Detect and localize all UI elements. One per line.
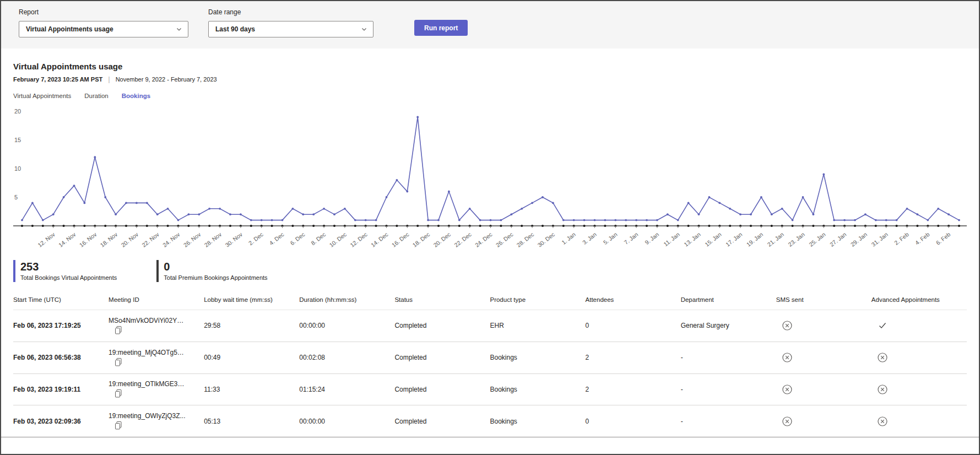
cell-sms xyxy=(776,405,871,437)
cell-lobby: 00:49 xyxy=(204,342,299,373)
svg-text:18. Dec: 18. Dec xyxy=(411,231,431,248)
table-row: Feb 03, 2023 19:19:1119:meeting_OTlkMGE3… xyxy=(13,373,967,405)
svg-text:24. Nov: 24. Nov xyxy=(161,231,181,248)
copy-icon[interactable] xyxy=(113,356,124,367)
tab-virtual-appointments[interactable]: Virtual Appointments xyxy=(13,93,71,99)
cell-attendees: 0 xyxy=(586,310,681,342)
report-content: Virtual Appointments usage February 7, 2… xyxy=(1,48,979,437)
check-icon xyxy=(877,320,888,331)
column-header-sms: SMS sent xyxy=(776,292,871,310)
svg-text:16. Dec: 16. Dec xyxy=(391,231,410,248)
svg-text:6. Feb: 6. Feb xyxy=(934,231,951,246)
svg-text:24. Dec: 24. Dec xyxy=(474,231,494,248)
date-range-text: November 9, 2022 - February 7, 2023 xyxy=(116,76,217,83)
svg-text:21. Jan: 21. Jan xyxy=(766,231,785,248)
column-header-status: Status xyxy=(394,292,490,310)
svg-text:3. Jan: 3. Jan xyxy=(581,231,598,246)
svg-text:7. Jan: 7. Jan xyxy=(622,231,639,246)
cell-advanced xyxy=(871,405,967,437)
cell-start: Feb 03, 2023 02:09:36 xyxy=(13,405,109,437)
cell-meeting_id: MSo4NmVkODViYi02Yz... xyxy=(109,310,204,342)
column-header-product: Product type xyxy=(490,292,585,310)
svg-text:10: 10 xyxy=(14,165,21,172)
svg-text:22. Dec: 22. Dec xyxy=(453,231,473,248)
circle-x-icon xyxy=(782,416,793,427)
cell-duration: 00:00:00 xyxy=(299,405,394,437)
svg-text:6. Dec: 6. Dec xyxy=(289,231,306,246)
appointments-table-head: Start Time (UTC)Meeting IDLobby wait tim… xyxy=(13,292,967,310)
bottom-divider xyxy=(1,437,979,437)
svg-text:15: 15 xyxy=(14,137,21,143)
svg-text:19. Jan: 19. Jan xyxy=(745,231,765,248)
cell-lobby: 05:13 xyxy=(204,405,299,437)
total-bookings-label: Total Bookings Virtual Appointments xyxy=(20,274,117,281)
cell-advanced xyxy=(871,310,967,342)
date-range-select-value: Last 90 days xyxy=(215,25,255,33)
cell-attendees: 0 xyxy=(586,405,681,437)
cell-product: Bookings xyxy=(490,342,585,373)
column-header-duration: Duration (hh:mm:ss) xyxy=(299,292,394,310)
cell-product: Bookings xyxy=(490,405,585,437)
svg-text:5: 5 xyxy=(14,194,18,201)
date-range-label: Date range xyxy=(208,8,373,16)
table-row: Feb 06, 2023 17:19:25MSo4NmVkODViYi02Yz.… xyxy=(13,310,967,342)
tab-bookings[interactable]: Bookings xyxy=(122,93,150,99)
page-title: Virtual Appointments usage xyxy=(13,62,967,71)
total-bookings-metric: 253 Total Bookings Virtual Appointments xyxy=(13,260,117,282)
total-premium-label: Total Premium Bookings Appointments xyxy=(164,274,267,281)
tab-duration[interactable]: Duration xyxy=(84,93,108,99)
svg-text:14. Dec: 14. Dec xyxy=(370,231,389,248)
appointments-table-body: Feb 06, 2023 17:19:25MSo4NmVkODViYi02Yz.… xyxy=(13,310,967,437)
svg-text:4. Dec: 4. Dec xyxy=(268,231,285,246)
svg-text:10. Dec: 10. Dec xyxy=(328,231,348,248)
report-toolbar: Report Virtual Appointments usage Date r… xyxy=(1,1,979,48)
run-report-button[interactable]: Run report xyxy=(414,20,468,36)
svg-text:12. Dec: 12. Dec xyxy=(349,231,369,248)
cell-advanced xyxy=(871,373,967,405)
cell-lobby: 29:58 xyxy=(204,310,299,342)
column-header-department: Department xyxy=(681,292,776,310)
cell-sms xyxy=(776,310,871,342)
svg-text:23. Jan: 23. Jan xyxy=(787,231,806,248)
cell-product: EHR xyxy=(490,310,585,342)
svg-text:11. Jan: 11. Jan xyxy=(662,231,681,247)
copy-icon[interactable] xyxy=(113,324,124,335)
chevron-down-icon xyxy=(176,26,182,32)
total-premium-value: 0 xyxy=(164,261,267,273)
copy-icon[interactable] xyxy=(113,388,124,399)
svg-text:1. Jan: 1. Jan xyxy=(560,231,577,246)
cell-meeting_id: 19:meeting_OWIyZjQ3Z... xyxy=(109,405,204,437)
total-premium-metric: 0 Total Premium Bookings Appointments xyxy=(156,260,267,282)
cell-product: Bookings xyxy=(490,373,585,405)
report-tabs: Virtual Appointments Duration Bookings xyxy=(13,93,967,99)
svg-text:2. Feb: 2. Feb xyxy=(893,231,910,246)
svg-text:20. Dec: 20. Dec xyxy=(432,231,452,248)
generated-timestamp: February 7, 2023 10:25 AM PST xyxy=(13,76,102,83)
svg-text:22. Nov: 22. Nov xyxy=(140,231,160,248)
svg-text:30. Nov: 30. Nov xyxy=(224,231,243,248)
svg-text:2. Dec: 2. Dec xyxy=(247,231,264,246)
column-header-meeting_id: Meeting ID xyxy=(109,292,204,310)
svg-text:30. Dec: 30. Dec xyxy=(536,231,556,248)
cell-attendees: 2 xyxy=(586,373,681,405)
circle-x-icon xyxy=(782,320,793,331)
total-bookings-value: 253 xyxy=(20,261,117,273)
cell-duration: 00:00:00 xyxy=(299,310,394,342)
bookings-usage-chart: 510152012. Nov14. Nov16. Nov18. Nov20. N… xyxy=(13,105,967,258)
date-range-field: Date range Last 90 days xyxy=(208,8,373,37)
appointments-table: Start Time (UTC)Meeting IDLobby wait tim… xyxy=(13,292,967,437)
circle-x-icon xyxy=(877,416,888,427)
cell-department: - xyxy=(681,373,776,405)
circle-x-icon xyxy=(782,352,793,363)
svg-text:5. Jan: 5. Jan xyxy=(602,231,619,246)
summary-metrics: 253 Total Bookings Virtual Appointments … xyxy=(13,260,967,282)
svg-text:29. Jan: 29. Jan xyxy=(849,231,869,248)
date-range-select[interactable]: Last 90 days xyxy=(208,21,373,37)
cell-department: - xyxy=(681,405,776,437)
cell-status: Completed xyxy=(394,405,490,437)
table-row: Feb 03, 2023 02:09:3619:meeting_OWIyZjQ3… xyxy=(13,405,967,437)
report-select[interactable]: Virtual Appointments usage xyxy=(19,21,188,37)
cell-duration: 00:02:08 xyxy=(299,342,394,373)
column-header-attendees: Attendees xyxy=(586,292,681,310)
copy-icon[interactable] xyxy=(113,420,124,431)
